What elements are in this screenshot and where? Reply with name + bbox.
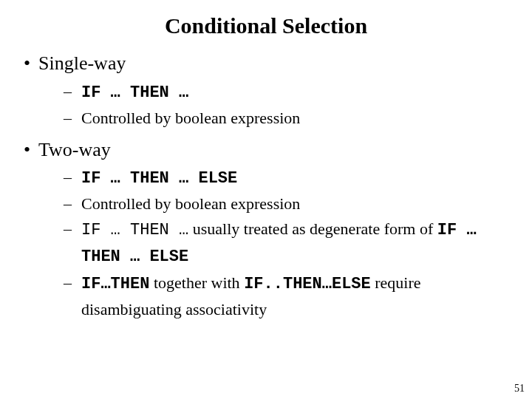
sub-bullet-item: Controlled by boolean expression — [38, 191, 511, 216]
text-run: IF..THEN…ELSE — [244, 275, 371, 293]
sub-bullet-list: IF … THEN …Controlled by boolean express… — [38, 79, 511, 131]
text-run: Controlled by boolean expression — [81, 194, 300, 213]
sub-bullet-item: IF…THEN together with IF..THEN…ELSE requ… — [38, 270, 511, 322]
slide: Conditional Selection Single-wayIF … THE… — [0, 0, 532, 399]
bullet-list: Single-wayIF … THEN …Controlled by boole… — [21, 52, 511, 322]
text-run: IF … THEN … — [81, 221, 188, 239]
bullet-label: Two-way — [38, 139, 111, 160]
bullet-item: Single-wayIF … THEN …Controlled by boole… — [21, 52, 511, 131]
sub-bullet-item: IF … THEN … ELSE — [38, 165, 511, 191]
page-number: 51 — [514, 383, 525, 395]
sub-bullet-item: IF … THEN … — [38, 79, 511, 106]
sub-bullet-list: IF … THEN … ELSEControlled by boolean ex… — [38, 165, 511, 322]
bullet-label: Single-way — [38, 52, 126, 74]
text-run: IF … THEN … ELSE — [81, 169, 237, 188]
sub-bullet-item: Controlled by boolean expression — [38, 106, 511, 131]
text-run: IF…THEN — [81, 275, 149, 293]
text-run: together with — [149, 273, 244, 292]
text-run: IF … THEN … — [81, 83, 188, 102]
bullet-item: Two-wayIF … THEN … ELSEControlled by boo… — [21, 138, 511, 322]
text-run: usually treated as degenerate form of — [188, 219, 437, 238]
slide-title: Conditional Selection — [21, 13, 511, 38]
text-run: Controlled by boolean expression — [81, 109, 300, 127]
sub-bullet-item: IF … THEN … usually treated as degenerat… — [38, 216, 511, 270]
